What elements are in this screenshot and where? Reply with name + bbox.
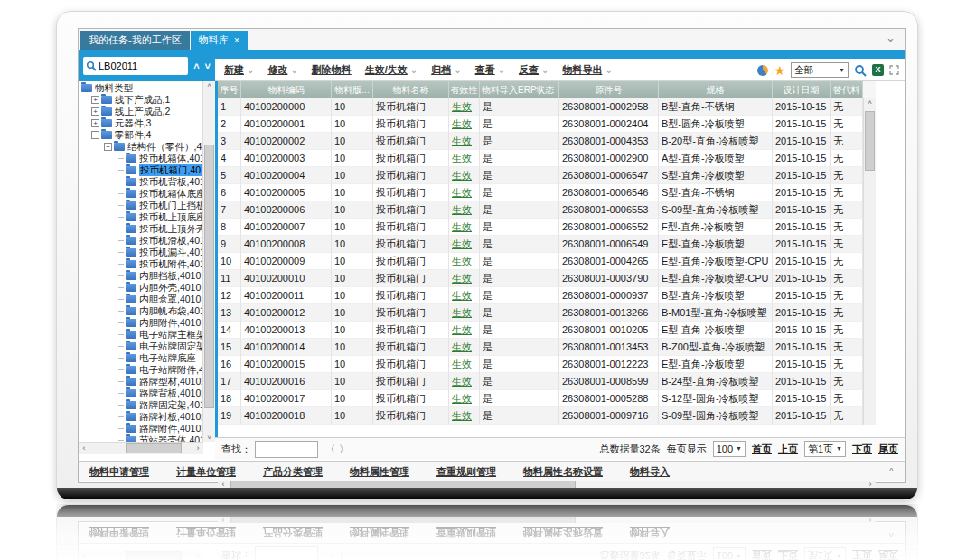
tree-node[interactable]: 内胆盒罩,401013 [79,294,203,305]
scroll-thumb[interactable] [126,551,182,560]
tab-material-library[interactable]: 物料库× [191,31,248,50]
tree-node[interactable]: 投币机上顶外壳,4010 [79,223,203,235]
per-page-select[interactable]: 100 ▼ [713,547,746,560]
table-horizontal-scrollbar[interactable]: ‹ › [218,514,876,527]
column-header-original-part-no[interactable]: 原件号 [559,81,659,98]
chevron-down-icon[interactable]: ˅ [205,61,211,70]
toolbar-activate-deactivate-button[interactable]: 生效/失效⌄ [365,63,418,77]
table-row[interactable]: 34010020000210投币机箱门生效是26308001-0004353B-… [218,133,876,150]
column-header-substitute[interactable]: 替代料 [831,81,863,98]
refresh-pie-icon[interactable] [757,65,768,76]
prev-page-link[interactable]: 上页 [778,443,798,456]
tree-node[interactable]: 路牌型材,401020 [79,376,203,387]
favorite-star-icon[interactable]: ★ [774,65,785,76]
collapse-caret-icon[interactable]: ^ [889,527,894,538]
expand-icon[interactable] [889,65,899,75]
column-header-validity[interactable]: 有效性 [449,81,480,98]
tree-node[interactable]: 投币机箱体底座,4010 [79,188,203,200]
next-page-link[interactable]: 下页 [852,549,872,560]
tree-node[interactable]: 投币机背板,401003 [79,176,203,188]
scroll-thumb[interactable] [865,111,875,171]
tree-node[interactable]: 投币机箱体,401001 [79,153,203,164]
tree-node[interactable]: 电子站牌附件,401019 [79,364,203,376]
footer-link-dedup-rule-mgmt[interactable]: 查重规则管理 [436,465,496,479]
find-prev-icon[interactable]: 〈 [325,443,339,454]
footer-link-material-request-mgmt[interactable]: 物料申请管理 [89,465,149,479]
table-row[interactable]: 104010020000910投币机箱门生效是26308001-0004265E… [218,253,876,270]
last-page-link[interactable]: 尾页 [878,549,898,560]
scroll-up-icon[interactable]: ˄ [207,81,211,89]
footer-link-product-category-mgmt[interactable]: 产品分类管理 [263,465,323,479]
last-page-link[interactable]: 尾页 [878,443,898,456]
find-prev-icon[interactable]: 〈 [325,551,339,560]
search-icon[interactable] [854,64,867,77]
scroll-left-icon[interactable]: ‹ [79,443,89,454]
tree-horizontal-scrollbar[interactable]: ‹ › [79,550,203,560]
find-input[interactable] [255,547,318,560]
scroll-right-icon[interactable]: › [192,443,203,454]
toolbar-delete-material-button[interactable]: 删除物料 [312,63,352,77]
table-row[interactable]: 154010020001410投币机箱门生效是26308001-0013453B… [218,339,876,356]
page-select[interactable]: 第1页 ▼ [804,547,846,560]
find-input[interactable] [255,441,318,458]
column-header-spec[interactable]: 规格 [659,81,773,98]
table-row[interactable]: 144010020001310投币机箱门生效是26308001-0010205E… [218,322,876,339]
find-next-icon[interactable]: 〉 [339,551,352,560]
table-row[interactable]: 164010020001510投币机箱门生效是26308001-0012223E… [218,356,876,373]
table-row[interactable]: 44010020000310投币机箱门生效是26308001-0002900A型… [218,150,876,167]
tree-node[interactable]: 路牌背板,401021 [79,387,203,399]
table-vertical-scrollbar[interactable]: ˄ [863,98,876,425]
table-row[interactable]: 94010020000810投币机箱门生效是26308001-0006549E型… [218,236,876,253]
column-header-erp-import-status[interactable]: 物料导入ERP状态 [480,81,559,98]
footer-link-material-attribute-mgmt[interactable]: 物料属性管理 [350,465,409,479]
table-row[interactable]: 14010020000010投币机箱门生效是26308001-0002958B型… [218,98,876,116]
tree-node[interactable]: 路牌固定架,401022 [79,399,203,411]
toolbar-modify-button[interactable]: 修改⌄ [267,63,297,77]
chevron-up-icon[interactable]: ˄ [193,61,199,70]
tree-vertical-scrollbar[interactable]: ˄ ˅ [202,81,215,442]
table-row[interactable]: 174010020001610投币机箱门生效是26308001-0008599B… [218,373,876,390]
column-header-material-code[interactable]: 物料编码 [241,81,332,98]
column-header-design-date[interactable]: 设计日期 [773,81,831,98]
scroll-thumb[interactable] [204,145,214,408]
tree-node[interactable]: 物料类型 [79,82,203,94]
tree-node[interactable]: 投币机上顶底座,4010 [79,211,203,223]
toolbar-material-export-button[interactable]: 物料导出⌄ [562,63,612,77]
tree-node[interactable]: −零部件,4 [79,129,203,141]
tree-node[interactable]: 节站器壳体,401025 [79,434,203,442]
collapse-caret-icon[interactable]: ^ [889,466,894,477]
tree-node[interactable]: 投币机门上挡板,4010 [79,200,203,211]
footer-link-dedup-rule-mgmt[interactable]: 查重规则管理 [436,527,496,540]
tree-node[interactable]: 投币机箱门,401002 [79,164,203,176]
column-header-material-name[interactable]: 物料名称 [373,81,449,98]
collapse-icon[interactable]: − [104,143,112,151]
footer-link-material-attribute-name-setting[interactable]: 物料属性名称设置 [523,465,603,479]
table-row[interactable]: 84010020000710投币机箱门生效是26308001-0006552F型… [218,219,876,236]
search-input[interactable] [97,58,176,74]
tree-horizontal-scrollbar[interactable]: ‹ › [79,442,203,454]
tree-node[interactable]: 路牌附件,401024 [79,423,203,434]
footer-link-material-attribute-name-setting[interactable]: 物料属性名称设置 [523,527,603,540]
tree-node[interactable]: 内胆挡板,401011 [79,270,203,282]
tree-node[interactable]: 内胆外壳,401012 [79,282,203,294]
scroll-thumb[interactable] [230,515,576,526]
column-header-material-version[interactable]: 物料版... [332,81,373,98]
table-row[interactable]: 184010020001710投币机箱门生效是26308001-0005288S… [218,390,876,407]
footer-link-material-import[interactable]: 物料导入 [630,527,670,540]
tree-node[interactable]: 路牌衬板,401023 [79,411,203,423]
scroll-up-icon[interactable]: ˄ [868,98,872,107]
footer-link-product-category-mgmt[interactable]: 产品分类管理 [263,527,323,540]
table-row[interactable]: 64010020000510投币机箱门生效是26308001-0006546S型… [218,184,876,201]
tab-my-workspace[interactable]: 我的任务-我的工作区 [80,31,190,50]
footer-link-unit-mgmt[interactable]: 计量单位管理 [176,527,236,540]
toolbar-view-button[interactable]: 查看⌄ [475,63,505,77]
footer-link-material-attribute-mgmt[interactable]: 物料属性管理 [350,527,409,540]
scroll-right-icon[interactable]: › [192,550,203,560]
expand-icon[interactable]: + [91,119,99,127]
scroll-thumb[interactable] [126,443,182,453]
find-next-icon[interactable]: 〉 [339,443,352,454]
table-row[interactable]: 124010020001110投币机箱门生效是26308001-0000937B… [218,287,876,304]
scope-filter-select[interactable]: 全部 ▼ [791,62,849,78]
table-row[interactable]: 114010020001010投币机箱门生效是26308001-0003790E… [218,270,876,287]
tree-node[interactable]: 电子站牌底座（含地 [79,352,203,364]
